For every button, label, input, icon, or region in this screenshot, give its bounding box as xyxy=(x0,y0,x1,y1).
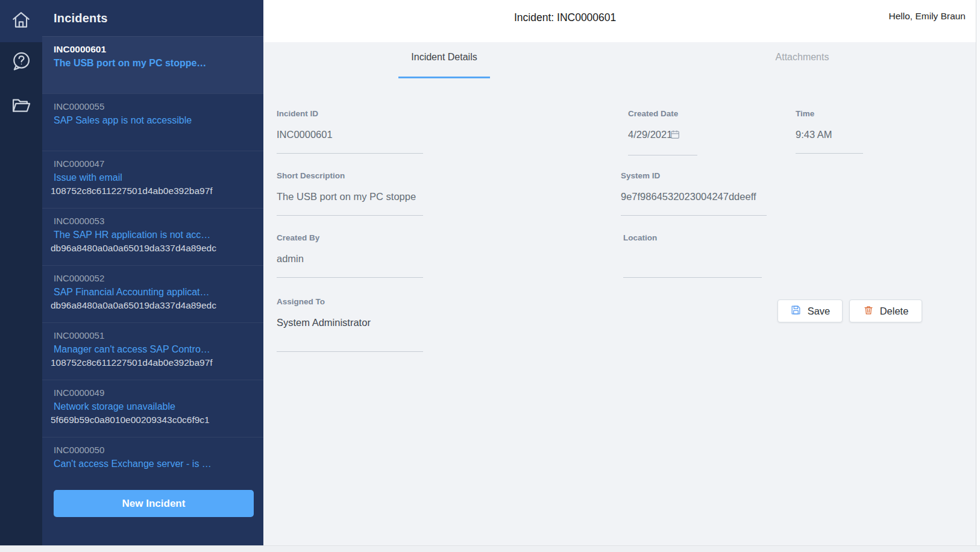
created-by-value[interactable]: admin xyxy=(277,252,423,265)
sidebar-header: Incidents xyxy=(42,0,263,36)
incident-number: INC0000050 xyxy=(54,444,256,456)
folder-nav-button[interactable] xyxy=(0,89,42,123)
incident-title: Network storage unavailable xyxy=(54,399,256,414)
system-id-value[interactable]: 9e7f9864532023004247ddeeff xyxy=(621,190,767,203)
incident-number: INC0000053 xyxy=(54,215,256,227)
folder-icon xyxy=(10,94,32,118)
incident-list-item[interactable]: INC0000601 The USB port on my PC stoppe… xyxy=(42,36,263,93)
time-value[interactable]: 9:43 AM xyxy=(796,128,863,141)
incident-title: Issue with email xyxy=(54,170,256,185)
incident-number: INC0000047 xyxy=(54,158,256,170)
incident-title: The USB port on my PC stoppe… xyxy=(54,55,256,71)
incident-number: INC0000055 xyxy=(54,101,256,113)
incident-number: INC0000049 xyxy=(54,387,256,399)
save-icon xyxy=(790,304,802,318)
incident-sysid: 5f669b59c0a8010e00209343c0c6f9c1 xyxy=(51,414,256,425)
incident-list-item[interactable]: INC0000053 The SAP HR application is not… xyxy=(42,208,263,265)
vertical-scrollbar[interactable] xyxy=(976,0,980,552)
incident-list-item[interactable]: INC0000052 SAP Financial Accounting appl… xyxy=(42,265,263,322)
created-date-label: Created Date xyxy=(628,108,697,119)
incident-sysid: 108752c8c611227501d4ab0e392ba97f xyxy=(51,185,256,196)
short-description-field[interactable]: Short Description The USB port on my PC … xyxy=(277,171,423,216)
location-value[interactable] xyxy=(623,252,762,265)
incident-number: INC0000052 xyxy=(54,272,256,284)
horizontal-scrollbar[interactable] xyxy=(0,545,980,552)
active-tab-underline xyxy=(398,77,490,78)
incident-title: The SAP HR application is not acc… xyxy=(54,227,256,242)
incident-id-field[interactable]: Incident ID INC0000601 xyxy=(277,108,423,154)
system-id-field[interactable]: System ID 9e7f9864532023004247ddeeff xyxy=(621,171,767,216)
created-by-field[interactable]: Created By admin xyxy=(277,233,423,278)
incident-number: INC0000601 xyxy=(54,43,256,55)
top-bar: Incident: INC0000601 Hello, Emily Braun xyxy=(263,0,980,42)
incident-id-value[interactable]: INC0000601 xyxy=(277,128,423,141)
created-date-field[interactable]: Created Date 4/29/2021 xyxy=(628,108,697,155)
short-description-value[interactable]: The USB port on my PC stoppe xyxy=(277,190,423,203)
incident-id-label: Incident ID xyxy=(277,108,423,119)
time-field[interactable]: Time 9:43 AM xyxy=(796,108,863,154)
incident-list-item[interactable]: INC0000050 Can't access Exchange server … xyxy=(42,437,263,494)
created-date-text: 4/29/2021 xyxy=(628,129,672,140)
incident-sysid: db96a8480a0a0a65019da337d4a89edc xyxy=(51,242,256,254)
save-button[interactable]: Save xyxy=(777,300,843,322)
created-date-value[interactable]: 4/29/2021 xyxy=(628,128,697,143)
created-by-label: Created By xyxy=(277,233,423,243)
location-field[interactable]: Location xyxy=(623,233,762,278)
incident-title: SAP Sales app is not accessible xyxy=(54,113,256,128)
calendar-icon[interactable] xyxy=(670,129,680,143)
sidebar-title: Incidents xyxy=(54,11,108,25)
tab-incident-details[interactable]: Incident Details xyxy=(384,52,504,63)
delete-button-label: Delete xyxy=(880,306,909,317)
incident-title: SAP Financial Accounting applicat… xyxy=(54,284,256,300)
incident-list-item[interactable]: INC0000055 SAP Sales app is not accessib… xyxy=(42,93,263,151)
incident-app-window: Incidents INC0000601 The USB port on my … xyxy=(0,0,980,552)
incident-sysid: 108752c8c611227501d4ab0e392ba97f xyxy=(51,357,256,368)
save-button-label: Save xyxy=(808,306,831,317)
assigned-to-label: Assigned To xyxy=(277,296,423,307)
incident-sysid: db96a8480a0a0a65019da337d4a89edc xyxy=(51,300,256,311)
location-label: Location xyxy=(623,233,762,243)
incident-title: Can't access Exchange server - is … xyxy=(54,456,256,471)
user-greeting: Hello, Emily Braun xyxy=(889,11,966,22)
home-icon xyxy=(11,10,31,33)
home-nav-button[interactable] xyxy=(0,0,42,42)
assigned-to-value[interactable]: System Administrator xyxy=(277,316,423,329)
tab-attachments[interactable]: Attachments xyxy=(742,52,862,63)
incident-list: INC0000601 The USB port on my PC stoppe…… xyxy=(42,36,263,494)
assigned-to-field[interactable]: Assigned To System Administrator xyxy=(277,296,423,352)
incident-list-item[interactable]: INC0000049 Network storage unavailable 5… xyxy=(42,380,263,437)
help-nav-button[interactable] xyxy=(0,46,42,80)
page-title: Incident: INC0000601 xyxy=(514,11,616,24)
new-incident-button[interactable]: New Incident xyxy=(54,490,254,517)
incident-number: INC0000051 xyxy=(54,330,256,342)
incident-list-item[interactable]: INC0000051 Manager can't access SAP Cont… xyxy=(42,322,263,380)
system-id-label: System ID xyxy=(621,171,767,181)
icon-rail xyxy=(0,0,42,545)
trash-icon xyxy=(863,304,874,318)
delete-button[interactable]: Delete xyxy=(849,300,922,322)
time-label: Time xyxy=(796,108,863,119)
incident-sidebar: Incidents INC0000601 The USB port on my … xyxy=(42,0,263,545)
incident-detail-panel: Incident: INC0000601 Hello, Emily Braun … xyxy=(263,0,980,545)
incident-list-item[interactable]: INC0000047 Issue with email 108752c8c611… xyxy=(42,151,263,208)
short-description-label: Short Description xyxy=(277,171,423,181)
help-icon xyxy=(10,51,32,75)
incident-title: Manager can't access SAP Contro… xyxy=(54,342,256,357)
